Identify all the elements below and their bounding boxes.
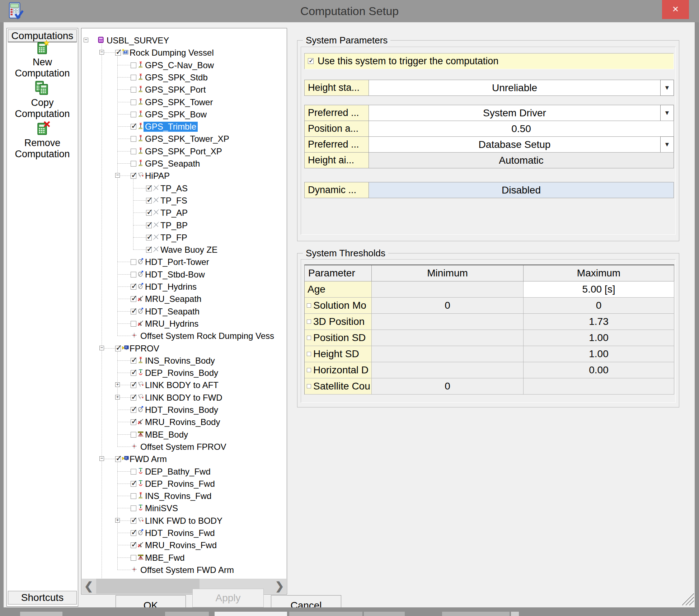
tree-item-label[interactable]: LINK BODY to AFT (145, 380, 219, 390)
threshold-checkbox[interactable] (307, 336, 311, 340)
tree-item-checkbox[interactable] (146, 210, 152, 216)
tree-item-checkbox[interactable] (146, 186, 152, 191)
expand-icon[interactable]: + (115, 395, 120, 400)
tree-item-checkbox[interactable] (131, 161, 136, 167)
resize-grip-icon[interactable] (679, 590, 695, 607)
tree-item-checkbox[interactable] (131, 136, 136, 142)
sidebar-header-shortcuts[interactable]: Shortcuts (8, 591, 77, 605)
tree-item-label[interactable]: FPROV (130, 344, 159, 354)
tree-item-checkbox[interactable] (146, 223, 152, 228)
tree-item-label[interactable]: GPS_C-Nav_Bow (145, 60, 214, 70)
threshold-maximum-cell[interactable]: 1.00 (524, 346, 674, 362)
tree-item-label[interactable]: TP_AP (160, 208, 188, 218)
tree-item-label[interactable]: GPS_SPK_Tower_XP (145, 134, 229, 144)
collapse-icon[interactable]: − (99, 50, 104, 55)
threshold-maximum-cell[interactable]: 1.00 (524, 330, 674, 346)
threshold-checkbox[interactable] (307, 384, 311, 388)
tree-item-checkbox[interactable] (131, 149, 136, 154)
tree-item-checkbox[interactable] (115, 346, 121, 351)
tree-item-label[interactable]: Offset System Rock Dumping Vess (140, 331, 274, 341)
tree-item-checkbox[interactable] (131, 555, 136, 561)
tree-item-label[interactable]: LINK BODY to FWD (145, 393, 222, 403)
apply-button[interactable]: Apply (192, 589, 264, 607)
scroll-left-icon[interactable]: ❮ (82, 579, 95, 594)
tree-item-label[interactable]: HDT_Stbd-Bow (145, 270, 205, 280)
tree-item-checkbox[interactable] (131, 321, 136, 327)
tree-item-label[interactable]: TP_BP (160, 220, 188, 230)
tree-item-label[interactable]: MRU_Rovins_Body (145, 417, 220, 427)
tree-item-label[interactable]: MRU_Hydrins (145, 319, 198, 329)
tree-item-label[interactable]: GPS_SPK_Port_XP (145, 146, 222, 157)
parameter-value[interactable]: System Driver (369, 105, 661, 121)
tree-item-label[interactable]: GPS_SPK_Tower (145, 97, 213, 107)
tree-item-label[interactable]: GPS_Seapath (145, 159, 200, 169)
sidebar-action-copy-computation[interactable]: CopyComputation (6, 81, 78, 120)
threshold-minimum-cell[interactable] (372, 314, 524, 330)
tree-item-checkbox[interactable] (146, 235, 152, 241)
expand-icon[interactable]: + (115, 382, 120, 387)
scrollbar-thumb[interactable] (96, 579, 200, 594)
tree-item-checkbox[interactable] (131, 407, 136, 413)
tree-item-label[interactable]: GPS_Trimble (144, 122, 198, 132)
tree-item-checkbox[interactable] (131, 309, 136, 314)
threshold-checkbox[interactable] (307, 352, 311, 356)
tree-item-label[interactable]: MiniSVS (145, 503, 178, 513)
tree-item-checkbox[interactable] (131, 112, 136, 117)
parameter-value[interactable]: 0.50 (369, 121, 674, 137)
tree-item-label[interactable]: USBL_SURVEY (107, 36, 169, 46)
threshold-maximum-cell[interactable]: 5.00 [s] (524, 281, 674, 298)
tree-item-label[interactable]: Offset System FWD Arm (140, 565, 234, 575)
dropdown-arrow-icon[interactable]: ▼ (660, 105, 674, 121)
tree-item-checkbox[interactable] (131, 382, 136, 388)
collapse-icon[interactable]: − (99, 346, 104, 350)
tree-item-label[interactable]: Wave Buoy ZE (160, 245, 217, 255)
tree-item-label[interactable]: HDT_Seapath (145, 307, 200, 317)
tree-item-checkbox[interactable] (131, 419, 136, 425)
tree-item-checkbox[interactable] (131, 530, 136, 536)
collapse-icon[interactable]: − (99, 456, 104, 461)
tree-item-label[interactable]: Rock Dumping Vessel (130, 48, 214, 58)
tree-item-checkbox[interactable] (131, 284, 136, 290)
sidebar-action-remove-computation[interactable]: RemoveComputation (6, 121, 78, 160)
trigger-checkbox[interactable] (308, 58, 314, 64)
tree-item-checkbox[interactable] (131, 75, 136, 80)
tree-item-label[interactable]: TP_AS (160, 183, 188, 193)
tree-item-label[interactable]: MRU_Seapath (145, 294, 201, 304)
tree-item-label[interactable]: MRU_Rovins_Fwd (145, 540, 217, 550)
tree-item-label[interactable]: GPS_SPK_Port (145, 85, 206, 95)
tree-item-label[interactable]: INS_Rovins_Body (145, 356, 215, 366)
threshold-maximum-cell[interactable]: 0.00 (524, 362, 674, 378)
tree-item-checkbox[interactable] (146, 198, 152, 204)
tree-item-checkbox[interactable] (131, 62, 136, 68)
tree-item-checkbox[interactable] (131, 493, 136, 499)
tree-item-checkbox[interactable] (131, 542, 136, 548)
tree-item-label[interactable]: DEP_Rovins_Fwd (145, 479, 215, 489)
tree-item-label[interactable]: HDT_Hydrins (145, 282, 197, 292)
tree-item-label[interactable]: GPS_SPK_Bow (145, 109, 207, 120)
tree-item-checkbox[interactable] (131, 173, 136, 179)
tree-item-checkbox[interactable] (131, 505, 136, 511)
dropdown-arrow-icon[interactable]: ▼ (660, 136, 674, 153)
tree-item-label[interactable]: FWD Arm (130, 454, 167, 464)
tree-item-checkbox[interactable] (131, 99, 136, 105)
tree-item-label[interactable]: MBE_Body (145, 430, 188, 440)
threshold-checkbox[interactable] (307, 368, 311, 372)
tree-item-label[interactable]: DEP_Bathy_Fwd (145, 467, 211, 477)
tree-item-label[interactable]: HDT_Port-Tower (145, 257, 209, 267)
parameter-value[interactable]: Database Setup (369, 136, 661, 153)
threshold-checkbox[interactable] (307, 319, 311, 324)
tree-item-checkbox[interactable] (131, 259, 136, 265)
tree-item-label[interactable]: TP_FP (160, 233, 187, 243)
tree-item-checkbox[interactable] (131, 272, 136, 277)
tree-item-checkbox[interactable] (131, 296, 136, 302)
collapse-icon[interactable]: − (84, 38, 88, 42)
tree-item-label[interactable]: HDT_Rovins_Body (145, 405, 218, 415)
tree-item-checkbox[interactable] (131, 481, 136, 487)
expand-icon[interactable]: + (115, 518, 120, 523)
tree-item-checkbox[interactable] (131, 370, 136, 376)
tree-item-label[interactable]: INS_Rovins_Fwd (145, 491, 211, 501)
dropdown-arrow-icon[interactable]: ▼ (660, 80, 674, 96)
tree-item-label[interactable]: DEP_Rovins_Body (145, 368, 218, 378)
tree-item-label[interactable]: GPS_SPK_Stdb (145, 73, 208, 83)
tree-item-label[interactable]: HiPAP (145, 171, 170, 181)
